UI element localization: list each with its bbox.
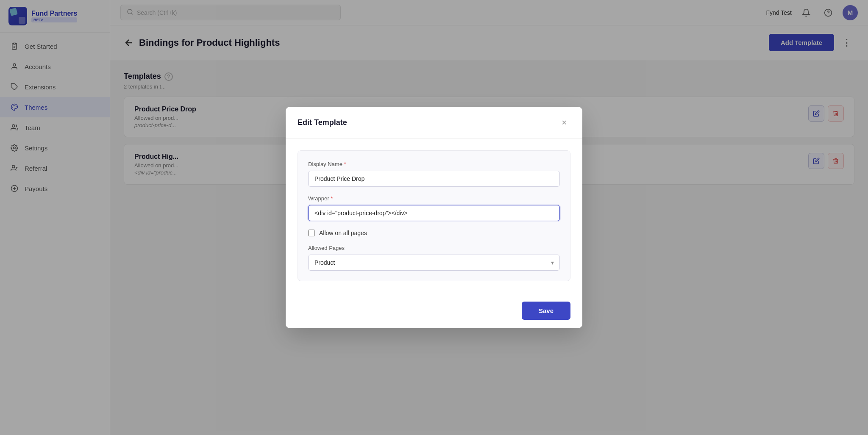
edit-template-modal: Edit Template × Display Name * Wrapper [286, 107, 582, 328]
modal-body: Display Name * Wrapper * Allow [286, 139, 582, 293]
modal-overlay[interactable]: Edit Template × Display Name * Wrapper [0, 0, 868, 435]
required-indicator: * [331, 195, 333, 202]
allowed-pages-select-wrapper: Product Home Category Cart ▾ [308, 255, 560, 271]
save-button[interactable]: Save [522, 302, 570, 320]
allow-all-pages-label[interactable]: Allow on all pages [319, 230, 367, 236]
allowed-pages-select[interactable]: Product Home Category Cart [308, 255, 560, 271]
display-name-label: Display Name * [308, 161, 560, 167]
wrapper-group: Wrapper * [308, 195, 560, 221]
modal-title: Edit Template [298, 118, 347, 127]
required-indicator: * [344, 161, 346, 167]
wrapper-input[interactable] [308, 205, 560, 221]
allowed-pages-label: Allowed Pages [308, 245, 560, 251]
form-section: Display Name * Wrapper * Allow [298, 150, 570, 281]
modal-close-button[interactable]: × [558, 116, 570, 129]
modal-header: Edit Template × [286, 107, 582, 139]
modal-footer: Save [286, 293, 582, 328]
display-name-group: Display Name * [308, 161, 560, 187]
display-name-input[interactable] [308, 171, 560, 187]
allow-all-pages-checkbox[interactable] [308, 230, 315, 236]
wrapper-label: Wrapper * [308, 195, 560, 202]
allowed-pages-group: Allowed Pages Product Home Category Cart… [308, 245, 560, 271]
allow-all-pages-row: Allow on all pages [308, 230, 560, 236]
